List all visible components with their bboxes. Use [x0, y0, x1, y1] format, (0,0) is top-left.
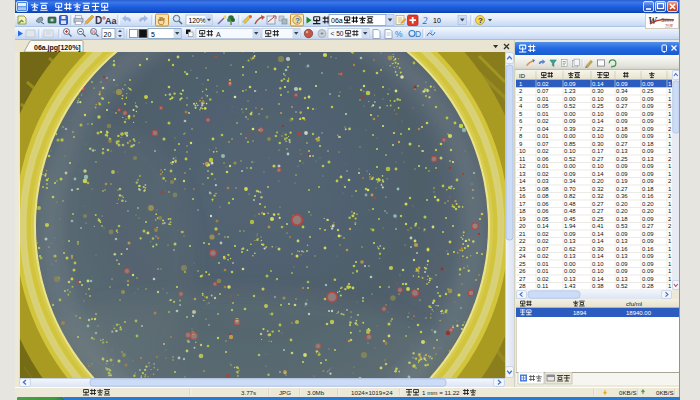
svg-text:0.13: 0.13: [616, 253, 628, 259]
svg-text:0.06: 0.06: [537, 156, 549, 162]
svg-text:0.01: 0.01: [537, 133, 549, 139]
svg-text:12: 12: [519, 163, 526, 169]
svg-text:0.10: 0.10: [592, 268, 604, 274]
svg-text:0.30: 0.30: [592, 246, 604, 252]
svg-text:0.25: 0.25: [616, 156, 628, 162]
svg-text:24: 24: [519, 253, 526, 259]
svg-text:0.09: 0.09: [564, 81, 576, 87]
svg-text:22: 22: [519, 238, 526, 244]
svg-text:0.20: 0.20: [642, 201, 654, 207]
svg-text:0.20: 0.20: [642, 208, 654, 214]
svg-text:0.16: 0.16: [642, 193, 654, 199]
svg-text:3: 3: [519, 96, 523, 102]
svg-text:0.08: 0.08: [537, 186, 549, 192]
svg-text:0.00: 0.00: [564, 268, 576, 274]
svg-text:0.14: 0.14: [537, 223, 549, 229]
svg-text:0.70: 0.70: [564, 186, 576, 192]
svg-text:0.13: 0.13: [642, 156, 654, 162]
svg-text:0.09: 0.09: [642, 216, 654, 222]
svg-text:0.05: 0.05: [537, 216, 549, 222]
svg-text:%: %: [91, 29, 96, 35]
svg-text:06a.jpg[120%]: 06a.jpg[120%]: [34, 44, 81, 52]
svg-text:3.77s: 3.77s: [241, 389, 256, 396]
svg-text:0.06: 0.06: [537, 208, 549, 214]
svg-text:19: 19: [519, 216, 526, 222]
svg-text:0.19: 0.19: [616, 178, 628, 184]
svg-text:0.34: 0.34: [616, 88, 628, 94]
svg-text:0.18: 0.18: [642, 186, 654, 192]
svg-text:0.27: 0.27: [616, 141, 628, 147]
svg-text:0.20: 0.20: [616, 208, 628, 214]
svg-text:y: y: [430, 28, 433, 34]
svg-text:0.09: 0.09: [564, 171, 576, 177]
svg-text:0.01: 0.01: [537, 261, 549, 267]
svg-text:0.09: 0.09: [642, 171, 654, 177]
svg-text:7: 7: [519, 126, 523, 132]
svg-text:0.32: 0.32: [592, 186, 604, 192]
svg-text:0.09: 0.09: [642, 118, 654, 124]
svg-text:0.45: 0.45: [564, 216, 576, 222]
svg-text:D: D: [415, 29, 421, 39]
svg-text:0.10: 0.10: [592, 261, 604, 267]
svg-text:0.01: 0.01: [537, 96, 549, 102]
svg-text:1.43: 1.43: [564, 283, 576, 289]
svg-text:0.48: 0.48: [564, 201, 576, 207]
svg-text:13: 13: [519, 171, 526, 177]
svg-text:0.36: 0.36: [616, 193, 628, 199]
svg-text:18: 18: [519, 208, 526, 214]
svg-text:%: %: [395, 29, 403, 39]
svg-text:0.07: 0.07: [537, 88, 549, 94]
svg-text:1.94: 1.94: [564, 223, 576, 229]
svg-text:0.18: 0.18: [642, 141, 654, 147]
svg-text:0.09: 0.09: [642, 111, 654, 117]
svg-text:0.52: 0.52: [564, 156, 576, 162]
svg-text:0.48: 0.48: [564, 208, 576, 214]
svg-text:0.14: 0.14: [592, 253, 604, 259]
svg-text:0.14: 0.14: [592, 118, 604, 124]
svg-text:0.14: 0.14: [592, 238, 604, 244]
svg-text:0.41: 0.41: [592, 223, 604, 229]
svg-text:0.09: 0.09: [642, 81, 654, 87]
svg-text:0.09: 0.09: [616, 163, 628, 169]
svg-text:0.09: 0.09: [642, 238, 654, 244]
svg-text:0.09: 0.09: [642, 163, 654, 169]
svg-text:0.09: 0.09: [616, 171, 628, 177]
svg-text:0.09: 0.09: [642, 103, 654, 109]
svg-text:0.34: 0.34: [564, 178, 576, 184]
svg-text:27: 27: [519, 276, 526, 282]
svg-text:2: 2: [519, 88, 523, 94]
svg-text:0.09: 0.09: [642, 261, 654, 267]
svg-text:0.22: 0.22: [592, 126, 604, 132]
svg-text:0.03: 0.03: [537, 178, 549, 184]
svg-text:0.00: 0.00: [564, 96, 576, 102]
svg-text:0.09: 0.09: [642, 276, 654, 282]
svg-text:0.53: 0.53: [616, 223, 628, 229]
svg-text:28: 28: [519, 283, 526, 289]
svg-text:0.18: 0.18: [616, 216, 628, 222]
svg-text:0.08: 0.08: [537, 193, 549, 199]
svg-text:0.02: 0.02: [537, 171, 549, 177]
svg-text:0.09: 0.09: [564, 118, 576, 124]
svg-text:0.09: 0.09: [642, 148, 654, 154]
svg-text:0.13: 0.13: [616, 238, 628, 244]
svg-text:0.09: 0.09: [642, 231, 654, 237]
svg-text:0.01: 0.01: [537, 268, 549, 274]
svg-text:0.02: 0.02: [537, 253, 549, 259]
svg-text:17: 17: [519, 201, 526, 207]
svg-text:0.27: 0.27: [592, 208, 604, 214]
svg-text:0.14: 0.14: [592, 276, 604, 282]
svg-text:0.25: 0.25: [642, 88, 654, 94]
svg-text:0.11: 0.11: [537, 283, 549, 289]
svg-text:120%: 120%: [189, 17, 206, 24]
svg-text:0.02: 0.02: [537, 118, 549, 124]
svg-text:0.28: 0.28: [642, 283, 654, 289]
svg-text:0.09: 0.09: [642, 126, 654, 132]
svg-text:14: 14: [519, 178, 526, 184]
svg-text:18940.00: 18940.00: [626, 310, 652, 316]
svg-text:10: 10: [519, 148, 526, 154]
svg-text:0.52: 0.52: [564, 103, 576, 109]
svg-text:0.00: 0.00: [564, 133, 576, 139]
svg-text:0.14: 0.14: [592, 171, 604, 177]
svg-text:0.14: 0.14: [592, 231, 604, 237]
svg-text:0KB/S: 0KB/S: [619, 389, 637, 396]
